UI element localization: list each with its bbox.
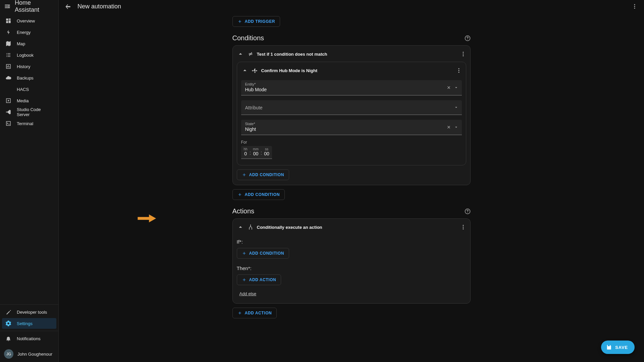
app-title: Home Assistant xyxy=(15,0,54,13)
sidebar: Home Assistant Overview Energy Map Logbo… xyxy=(0,0,59,362)
nav-item-terminal[interactable]: Terminal xyxy=(2,118,56,129)
dashboard-icon xyxy=(5,18,11,24)
chevron-down-icon[interactable] xyxy=(454,85,459,90)
nav-label: HACS xyxy=(17,87,29,92)
conditions-title: Conditions xyxy=(232,34,264,42)
nav-item-logbook[interactable]: Logbook xyxy=(2,50,56,60)
nav-item-hacs[interactable]: HACS xyxy=(2,84,56,95)
clear-icon[interactable] xyxy=(446,85,451,90)
avatar-initials: JG xyxy=(6,352,11,356)
nav-item-energy[interactable]: Energy xyxy=(2,27,56,38)
nav-item-developer-tools[interactable]: Developer tools xyxy=(2,307,56,317)
nav-item-backups[interactable]: Backups xyxy=(2,72,56,83)
chevron-up-icon[interactable] xyxy=(241,67,249,74)
duration-input[interactable]: hh 0 : mm 00 : ss 00 xyxy=(241,146,272,159)
save-button[interactable]: SAVE xyxy=(601,341,635,354)
attribute-field[interactable]: Attribute xyxy=(241,100,462,115)
nav-item-overview[interactable]: Overview xyxy=(2,15,56,26)
plus-icon xyxy=(242,277,247,282)
nav-item-map[interactable]: Map xyxy=(2,38,56,49)
add-action-outer-button[interactable]: ADD ACTION xyxy=(232,308,277,318)
nav-label: History xyxy=(17,64,30,69)
plus-icon xyxy=(237,192,242,197)
svg-point-8 xyxy=(458,68,459,69)
nav-label: Settings xyxy=(17,321,33,326)
nav-label: Developer tools xyxy=(17,310,47,315)
annotation-arrow xyxy=(138,213,157,223)
content-column: ADD TRIGGER Conditions Test if 1 conditi… xyxy=(232,16,471,318)
nav-item-settings[interactable]: Settings xyxy=(2,318,56,329)
add-else-link[interactable]: Add else xyxy=(239,291,257,296)
chevron-down-icon[interactable] xyxy=(454,105,459,110)
add-condition-inner-button[interactable]: ADD CONDITION xyxy=(237,169,289,180)
chevron-up-icon[interactable] xyxy=(237,223,244,231)
card-head: Test if 1 condition does not match xyxy=(237,49,466,59)
nav-label: Studio Code Server xyxy=(17,107,53,117)
nav-label: Overview xyxy=(17,18,35,23)
ss-value[interactable]: 00 xyxy=(264,151,269,156)
play-icon xyxy=(5,98,11,104)
chevron-down-icon[interactable] xyxy=(454,125,459,130)
more-vert-icon[interactable] xyxy=(460,51,466,57)
help-icon[interactable] xyxy=(465,35,471,41)
hh-value[interactable]: 0 xyxy=(244,151,247,156)
plus-icon xyxy=(242,251,247,256)
svg-point-16 xyxy=(463,227,464,228)
save-label: SAVE xyxy=(615,345,628,350)
menu-icon[interactable] xyxy=(4,3,11,10)
entity-field[interactable]: Entity* Hub Mode xyxy=(241,80,462,96)
button-label: ADD ACTION xyxy=(245,311,272,315)
add-action-then-button[interactable]: ADD ACTION xyxy=(237,274,281,285)
plus-icon xyxy=(242,172,247,177)
avatar: JG xyxy=(4,349,13,359)
button-label: ADD ACTION xyxy=(249,277,276,282)
user-row[interactable]: JG John Goughenour xyxy=(0,346,58,362)
nav-item-notifications[interactable]: Notifications xyxy=(2,333,56,344)
not-equal-icon xyxy=(248,51,254,57)
add-condition-outer-button[interactable]: ADD CONDITION xyxy=(232,189,285,200)
add-condition-if-button[interactable]: ADD CONDITION xyxy=(237,248,289,259)
card-title: Test if 1 condition does not match xyxy=(257,52,457,57)
add-trigger-button[interactable]: ADD TRIGGER xyxy=(232,16,280,27)
mm-label: mm xyxy=(253,147,259,151)
plus-icon xyxy=(237,311,242,315)
actions-section-head: Actions xyxy=(232,207,471,215)
conditions-section-head: Conditions xyxy=(232,34,471,42)
action-card: Conditionally execute an action If*: ADD… xyxy=(232,218,471,304)
more-vert-icon[interactable] xyxy=(460,224,466,230)
mm-value[interactable]: 00 xyxy=(253,151,259,156)
bell-icon xyxy=(5,335,11,342)
nav-item-studio-code[interactable]: Studio Code Server xyxy=(2,107,56,117)
back-button[interactable] xyxy=(64,2,72,10)
state-field-label: State* xyxy=(245,122,458,126)
hacs-icon xyxy=(5,86,11,92)
sidebar-header: Home Assistant xyxy=(0,0,58,13)
entity-field-label: Entity* xyxy=(245,82,458,86)
svg-point-12 xyxy=(250,224,251,225)
map-icon xyxy=(5,41,11,47)
button-label: ADD TRIGGER xyxy=(245,19,275,24)
svg-point-9 xyxy=(458,70,459,71)
state-field[interactable]: State* Night xyxy=(241,120,462,135)
time-separator: : xyxy=(261,150,262,156)
branch-icon xyxy=(248,224,254,230)
header-more-button[interactable] xyxy=(631,2,639,10)
more-vert-icon[interactable] xyxy=(456,67,462,73)
arrow-right-icon xyxy=(138,213,157,223)
actions-title: Actions xyxy=(232,207,255,215)
nav-label: Logbook xyxy=(17,53,34,58)
svg-point-10 xyxy=(458,72,459,73)
button-label: ADD CONDITION xyxy=(249,251,284,256)
nav-item-history[interactable]: History xyxy=(2,61,56,72)
nav-item-media[interactable]: Media xyxy=(2,95,56,106)
svg-point-3 xyxy=(634,8,635,9)
clear-icon[interactable] xyxy=(446,125,451,130)
attribute-field-label: Attribute xyxy=(245,102,458,112)
help-icon[interactable] xyxy=(465,208,471,214)
plus-icon xyxy=(237,19,242,24)
entity-field-value: Hub Mode xyxy=(245,87,458,92)
chevron-up-icon[interactable] xyxy=(237,50,244,58)
page-title: New automation xyxy=(77,3,121,10)
button-label: ADD CONDITION xyxy=(245,192,280,197)
for-label: For xyxy=(241,140,462,145)
